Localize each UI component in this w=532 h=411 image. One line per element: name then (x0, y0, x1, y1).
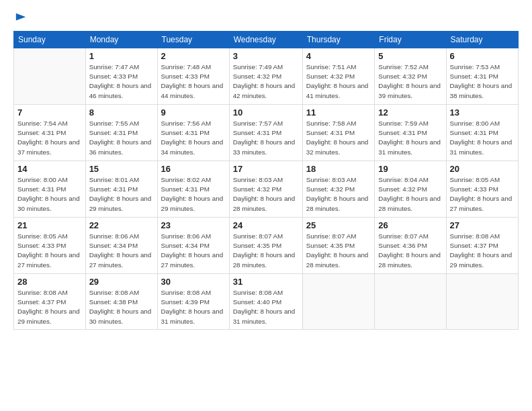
calendar-table: SundayMondayTuesdayWednesdayThursdayFrid… (13, 31, 519, 330)
day-info: Sunrise: 7:52 AMSunset: 4:32 PMDaylight:… (378, 62, 442, 101)
day-info: Sunrise: 8:00 AMSunset: 4:31 PMDaylight:… (17, 175, 82, 214)
day-cell: 10Sunrise: 7:57 AMSunset: 4:31 PMDayligh… (229, 105, 302, 161)
day-info: Sunrise: 8:07 AMSunset: 4:35 PMDaylight:… (233, 232, 299, 270)
page: SundayMondayTuesdayWednesdayThursdayFrid… (0, 0, 532, 411)
day-info: Sunrise: 7:55 AMSunset: 4:31 PMDaylight:… (89, 119, 154, 157)
day-info: Sunrise: 8:06 AMSunset: 4:34 PMDaylight:… (89, 232, 154, 270)
weekday-header-row: SundayMondayTuesdayWednesdayThursdayFrid… (14, 32, 519, 48)
day-info: Sunrise: 8:03 AMSunset: 4:32 PMDaylight:… (306, 175, 371, 214)
day-cell: 19Sunrise: 8:04 AMSunset: 4:32 PMDayligh… (375, 161, 446, 218)
day-info: Sunrise: 8:00 AMSunset: 4:31 PMDaylight:… (450, 119, 515, 157)
day-info: Sunrise: 7:59 AMSunset: 4:31 PMDaylight:… (378, 119, 442, 157)
day-info: Sunrise: 8:01 AMSunset: 4:31 PMDaylight:… (89, 175, 154, 214)
day-cell (14, 48, 86, 105)
day-cell: 29Sunrise: 8:08 AMSunset: 4:38 PMDayligh… (85, 274, 157, 330)
day-cell: 24Sunrise: 8:07 AMSunset: 4:35 PMDayligh… (229, 218, 302, 274)
day-cell: 17Sunrise: 8:03 AMSunset: 4:32 PMDayligh… (229, 161, 302, 218)
day-number: 8 (89, 107, 154, 118)
day-info: Sunrise: 8:04 AMSunset: 4:32 PMDaylight:… (378, 175, 442, 214)
day-cell: 31Sunrise: 8:08 AMSunset: 4:40 PMDayligh… (229, 274, 302, 330)
day-info: Sunrise: 8:03 AMSunset: 4:32 PMDaylight:… (233, 175, 299, 214)
day-number: 16 (161, 164, 226, 174)
week-row-4: 28Sunrise: 8:08 AMSunset: 4:37 PMDayligh… (14, 274, 519, 330)
weekday-header-monday: Monday (85, 32, 157, 48)
day-number: 23 (161, 220, 226, 230)
day-cell: 13Sunrise: 8:00 AMSunset: 4:31 PMDayligh… (446, 105, 518, 161)
day-number: 22 (89, 220, 154, 230)
day-number: 2 (161, 51, 226, 61)
day-cell: 15Sunrise: 8:01 AMSunset: 4:31 PMDayligh… (85, 161, 157, 218)
day-info: Sunrise: 8:07 AMSunset: 4:35 PMDaylight:… (306, 232, 371, 270)
day-number: 6 (450, 51, 515, 61)
day-cell: 16Sunrise: 8:02 AMSunset: 4:31 PMDayligh… (157, 161, 229, 218)
logo-flag-icon (15, 12, 27, 24)
week-row-1: 7Sunrise: 7:54 AMSunset: 4:31 PMDaylight… (14, 105, 519, 161)
day-number: 14 (17, 164, 82, 174)
day-info: Sunrise: 8:08 AMSunset: 4:37 PMDaylight:… (450, 232, 515, 270)
day-number: 19 (378, 164, 442, 174)
weekday-header-sunday: Sunday (14, 32, 86, 48)
day-info: Sunrise: 7:49 AMSunset: 4:32 PMDaylight:… (233, 62, 299, 101)
day-info: Sunrise: 7:56 AMSunset: 4:31 PMDaylight:… (161, 119, 226, 157)
day-number: 21 (17, 220, 82, 230)
day-cell (375, 274, 446, 330)
week-row-2: 14Sunrise: 8:00 AMSunset: 4:31 PMDayligh… (14, 161, 519, 218)
day-cell: 27Sunrise: 8:08 AMSunset: 4:37 PMDayligh… (446, 218, 518, 274)
day-number: 13 (450, 107, 515, 118)
day-number: 29 (89, 277, 154, 287)
weekday-header-thursday: Thursday (302, 32, 375, 48)
day-cell: 28Sunrise: 8:08 AMSunset: 4:37 PMDayligh… (14, 274, 86, 330)
day-number: 24 (233, 220, 299, 230)
weekday-header-wednesday: Wednesday (229, 32, 302, 48)
day-cell: 1Sunrise: 7:47 AMSunset: 4:33 PMDaylight… (85, 48, 157, 105)
day-number: 27 (450, 220, 515, 230)
day-number: 30 (161, 277, 226, 287)
day-cell (446, 274, 518, 330)
day-number: 25 (306, 220, 371, 230)
day-number: 7 (17, 107, 82, 118)
day-info: Sunrise: 8:06 AMSunset: 4:34 PMDaylight:… (161, 232, 226, 270)
day-info: Sunrise: 7:48 AMSunset: 4:33 PMDaylight:… (161, 62, 226, 101)
day-cell: 3Sunrise: 7:49 AMSunset: 4:32 PMDaylight… (229, 48, 302, 105)
day-number: 10 (233, 107, 299, 118)
weekday-header-tuesday: Tuesday (157, 32, 229, 48)
day-number: 20 (450, 164, 515, 174)
day-info: Sunrise: 7:47 AMSunset: 4:33 PMDaylight:… (89, 62, 154, 101)
header (13, 11, 519, 24)
day-number: 9 (161, 107, 226, 118)
week-row-0: 1Sunrise: 7:47 AMSunset: 4:33 PMDaylight… (14, 48, 519, 105)
day-cell: 5Sunrise: 7:52 AMSunset: 4:32 PMDaylight… (375, 48, 446, 105)
day-number: 11 (306, 107, 371, 118)
day-cell: 21Sunrise: 8:05 AMSunset: 4:33 PMDayligh… (14, 218, 86, 274)
day-number: 31 (233, 277, 299, 287)
day-number: 18 (306, 164, 371, 174)
day-cell (302, 274, 375, 330)
day-number: 12 (378, 107, 442, 118)
day-cell: 23Sunrise: 8:06 AMSunset: 4:34 PMDayligh… (157, 218, 229, 274)
day-cell: 11Sunrise: 7:58 AMSunset: 4:31 PMDayligh… (302, 105, 375, 161)
day-info: Sunrise: 7:51 AMSunset: 4:32 PMDaylight:… (306, 62, 371, 101)
day-info: Sunrise: 7:57 AMSunset: 4:31 PMDaylight:… (233, 119, 299, 157)
day-info: Sunrise: 7:54 AMSunset: 4:31 PMDaylight:… (17, 119, 82, 157)
day-cell: 20Sunrise: 8:05 AMSunset: 4:33 PMDayligh… (446, 161, 518, 218)
weekday-header-friday: Friday (375, 32, 446, 48)
day-number: 28 (17, 277, 82, 287)
day-cell: 18Sunrise: 8:03 AMSunset: 4:32 PMDayligh… (302, 161, 375, 218)
day-info: Sunrise: 8:02 AMSunset: 4:31 PMDaylight:… (161, 175, 226, 214)
svg-marker-0 (16, 13, 26, 21)
day-cell: 2Sunrise: 7:48 AMSunset: 4:33 PMDaylight… (157, 48, 229, 105)
day-cell: 6Sunrise: 7:53 AMSunset: 4:31 PMDaylight… (446, 48, 518, 105)
day-cell: 12Sunrise: 7:59 AMSunset: 4:31 PMDayligh… (375, 105, 446, 161)
day-info: Sunrise: 8:08 AMSunset: 4:38 PMDaylight:… (89, 288, 154, 326)
day-cell: 30Sunrise: 8:08 AMSunset: 4:39 PMDayligh… (157, 274, 229, 330)
day-number: 5 (378, 51, 442, 61)
weekday-header-saturday: Saturday (446, 32, 518, 48)
day-cell: 26Sunrise: 8:07 AMSunset: 4:36 PMDayligh… (375, 218, 446, 274)
day-number: 4 (306, 51, 371, 61)
day-number: 26 (378, 220, 442, 230)
day-cell: 9Sunrise: 7:56 AMSunset: 4:31 PMDaylight… (157, 105, 229, 161)
day-info: Sunrise: 8:08 AMSunset: 4:39 PMDaylight:… (161, 288, 226, 326)
day-cell: 22Sunrise: 8:06 AMSunset: 4:34 PMDayligh… (85, 218, 157, 274)
day-info: Sunrise: 7:58 AMSunset: 4:31 PMDaylight:… (306, 119, 371, 157)
day-number: 15 (89, 164, 154, 174)
